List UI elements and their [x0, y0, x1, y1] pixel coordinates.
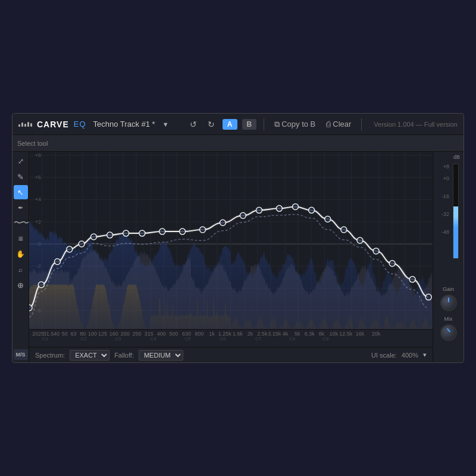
- select-tool-button[interactable]: ↖: [14, 185, 28, 199]
- db-label-minus16: -16: [441, 193, 449, 199]
- freq-label-200: 200: [121, 331, 130, 337]
- freq-label-1k: 1k: [209, 331, 215, 337]
- mix-label: Mix: [444, 316, 453, 322]
- freq-label-800: 800: [195, 331, 204, 337]
- app-name: CARVE: [37, 120, 69, 129]
- freq-label-10k: 10k: [330, 331, 339, 337]
- db-header-right: dB: [453, 154, 460, 160]
- zoom-tool-button[interactable]: ⌕: [14, 262, 28, 277]
- level-meter: [453, 164, 459, 259]
- version-text: Version 1.004 — Full version: [374, 121, 458, 128]
- octave-label-C5: C5: [184, 336, 190, 342]
- divider-2: [361, 118, 362, 130]
- redo-button[interactable]: ↻: [205, 118, 218, 130]
- main-area: ⤢ ✎ ↖ ✒ 〜〜 ≡ ✋ ⌕ ⊕ M/S 202531.5405063801…: [12, 152, 464, 362]
- freq-label-100: 100: [88, 331, 97, 337]
- freq-label-500: 500: [169, 331, 178, 337]
- app-eq-label: EQ: [74, 120, 86, 129]
- ui-scale-value: 400%: [402, 352, 418, 359]
- freq-label-20k: 20k: [372, 331, 381, 337]
- divider-1: [264, 118, 264, 130]
- copy-icon: ⧉: [274, 120, 280, 129]
- freq-label-6.3k: 6.3k: [305, 331, 315, 337]
- ui-scale-arrow: ▾: [423, 351, 427, 359]
- octave-label-C6: C6: [220, 336, 226, 342]
- eq-display-area: 202531.540506380100125160200250315400500…: [29, 152, 433, 362]
- freq-label-1.6k: 1.6k: [233, 331, 243, 337]
- db-label-plus8: +8: [443, 164, 449, 170]
- left-toolbar: ⤢ ✎ ↖ ✒ 〜〜 ≡ ✋ ⌕ ⊕ M/S: [12, 152, 29, 362]
- arrow-tool-button[interactable]: ⤢: [14, 154, 28, 168]
- frequency-axis: 202531.540506380100125160200250315400500…: [29, 329, 433, 347]
- title-bar: CARVE EQ Techno Track #1 * ▼ ↺ ↻ A B ⧉ C…: [12, 114, 464, 135]
- octave-label-C4: C4: [151, 336, 156, 342]
- logo-bar-3: [24, 124, 26, 127]
- toolbar: Select tool: [12, 135, 464, 152]
- logo-icon: [18, 122, 32, 127]
- draw-tool-button[interactable]: ✒: [14, 201, 28, 215]
- gain-knob[interactable]: [440, 295, 457, 311]
- freq-label-3.15k: 3.15k: [268, 331, 281, 337]
- eq-canvas-container[interactable]: [29, 152, 433, 329]
- pencil-tool-button[interactable]: ✎: [14, 170, 28, 184]
- freq-label-400: 400: [157, 331, 166, 337]
- logo-bar-4: [27, 122, 29, 127]
- clear-button[interactable]: ⎙ Clear: [323, 118, 354, 130]
- bottom-bar: Spectrum: EXACT FAST OFF Falloff: MEDIUM…: [29, 347, 433, 362]
- falloff-select[interactable]: MEDIUM FAST SLOW OFF: [139, 350, 183, 361]
- spectrum-select[interactable]: EXACT FAST OFF: [70, 350, 109, 361]
- freq-label-250: 250: [133, 331, 142, 337]
- redo-icon: ↻: [208, 120, 215, 129]
- falloff-label: Falloff:: [114, 352, 134, 359]
- ms-tool-button[interactable]: M/S: [14, 349, 28, 360]
- undo-icon: ↺: [190, 120, 197, 129]
- octave-label-C3: C3: [115, 336, 121, 342]
- hand-tool-button[interactable]: ✋: [14, 247, 28, 261]
- preset-dropdown-button[interactable]: ▼: [160, 120, 171, 129]
- ab-a-button[interactable]: A: [223, 119, 237, 130]
- freq-label-50: 50: [62, 331, 68, 337]
- logo-bar-2: [21, 123, 23, 127]
- plugin-window: CARVE EQ Techno Track #1 * ▼ ↺ ↻ A B ⧉ C…: [12, 113, 464, 363]
- logo-bars: [18, 122, 32, 127]
- freq-label-125: 125: [98, 331, 107, 337]
- mix-knob[interactable]: [440, 324, 457, 341]
- logo-bar-5: [30, 123, 32, 127]
- copy-to-b-button[interactable]: ⧉ Copy to B: [271, 118, 318, 130]
- db-label-minus48: -48: [441, 229, 449, 235]
- octave-label-C2: C2: [80, 336, 86, 342]
- db-label-plus0: +0: [443, 176, 449, 181]
- globe-tool-button[interactable]: ⊕: [14, 278, 28, 292]
- freq-label-12.5k: 12.5k: [339, 331, 352, 337]
- freq-label-5k: 5k: [295, 331, 300, 337]
- wave-tool-button[interactable]: 〜〜: [14, 216, 28, 230]
- freq-label-4k: 4k: [283, 331, 289, 337]
- undo-button[interactable]: ↺: [187, 118, 200, 130]
- eq-canvas[interactable]: [29, 152, 433, 329]
- clear-icon: ⎙: [326, 120, 331, 129]
- stack-tool-button[interactable]: ≡: [14, 231, 28, 246]
- freq-label-63: 63: [71, 331, 77, 337]
- octave-label-C7: C7: [255, 336, 261, 342]
- spectrum-label: Spectrum:: [35, 352, 65, 359]
- preset-name: Techno Track #1 *: [93, 120, 155, 129]
- db-scale-container: +8 +0 -16 -32 -48: [436, 162, 461, 281]
- freq-label-40: 40: [54, 331, 60, 337]
- ui-scale-label: UI scale:: [371, 352, 397, 359]
- octave-label-C8: C8: [289, 336, 295, 342]
- freq-label-20: 20: [32, 331, 38, 337]
- freq-label-16k: 16k: [356, 331, 365, 337]
- db-label-minus32: -32: [441, 211, 449, 217]
- tool-hint-text: Select tool: [17, 140, 48, 147]
- gain-label: Gain: [443, 286, 454, 292]
- level-meter-fill: [453, 206, 458, 258]
- octave-label-C9: C9: [322, 336, 328, 342]
- right-panel: dB +8 +0 -16 -32 -48 Gain Mix: [433, 152, 464, 362]
- freq-label-2k: 2k: [248, 331, 253, 337]
- octave-label-C1: C1: [42, 336, 48, 342]
- logo-bar-1: [18, 124, 20, 127]
- ab-b-button[interactable]: B: [242, 119, 257, 130]
